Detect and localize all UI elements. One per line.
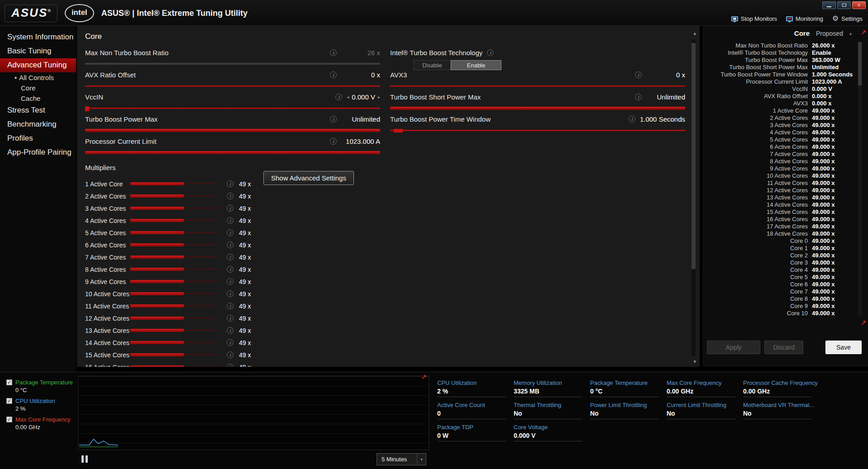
info-icon[interactable]: i [227,315,234,322]
sidebar-item-profiles[interactable]: Profiles [0,132,76,146]
sidebar-item-all-controls[interactable]: •All Controls [0,72,76,83]
multiplier-slider[interactable] [130,231,217,234]
info-icon[interactable]: i [227,254,234,261]
detach-arrow-icon[interactable]: ↗ [421,373,427,381]
info-icon[interactable]: i [330,49,337,56]
multiplier-slider[interactable] [130,182,217,185]
minimize-button[interactable] [822,1,836,9]
info-icon[interactable]: i [227,229,234,236]
sidebar-item-advanced-tuning[interactable]: Advanced Tuning [0,58,76,72]
discard-button[interactable]: Discard [764,341,803,354]
avx-ratio-offset-slider[interactable] [85,84,380,89]
collapse-caret-icon[interactable]: ▴ [849,31,852,36]
avx3-slider[interactable] [390,84,685,89]
info-icon[interactable]: i [227,303,234,309]
multiplier-slider[interactable] [130,292,217,295]
info-icon[interactable]: i [227,278,234,285]
sidebar-item-basic-tuning[interactable]: Basic Tuning [0,44,76,58]
legend-checkbox[interactable]: ✓ [6,379,12,385]
pause-button[interactable] [81,455,88,463]
multiplier-value: 49 x [239,193,251,200]
multipliers-section: Multipliers 1 Active Corei49 x2 Active C… [77,157,700,367]
proposed-buttons: Apply Discard Save [707,341,862,354]
info-icon[interactable]: i [487,49,494,56]
multiplier-slider[interactable] [130,256,217,259]
info-icon[interactable]: i [330,138,337,145]
legend-checkbox[interactable]: ✓ [6,398,12,404]
show-advanced-settings-button[interactable]: Show Advanced Settings [263,171,354,185]
sidebar-item-app-profile-pairing[interactable]: App-Profile Pairing [0,146,76,160]
scroll-down-icon[interactable]: ▾ [693,359,696,365]
maximize-button[interactable] [837,1,851,9]
apply-button[interactable]: Apply [707,341,760,354]
main-scrollbar-thumb[interactable] [692,43,696,269]
main-scrollbar[interactable] [692,39,696,356]
proposed-value: 26.000 x [812,42,856,49]
info-icon[interactable]: i [227,327,234,334]
stop-monitors-button[interactable]: Stop Monitors [731,15,777,22]
proposed-row: 6 Active Cores49.000 x [702,143,856,151]
proposed-tab-core[interactable]: Core [794,29,810,37]
info-icon[interactable]: i [635,71,642,78]
multiplier-slider[interactable] [130,268,217,271]
proposed-scrollbar[interactable] [858,42,862,316]
legend-checkbox[interactable]: ✓ [6,417,12,422]
settings-button[interactable]: ⚙ Settings [832,15,863,22]
sidebar-item-system-information[interactable]: System Information [0,30,76,44]
info-icon[interactable]: i [227,290,234,297]
control-head: Processor Current Limit i 1023.000 A [85,135,380,147]
save-button[interactable]: Save [825,341,862,354]
info-icon[interactable]: i [227,205,234,212]
proposed-scrollbar-thumb[interactable] [858,42,862,85]
multiplier-slider[interactable] [130,243,217,246]
multiplier-slider[interactable] [130,353,217,356]
slider-handle[interactable] [85,106,89,111]
detach-arrow-icon[interactable]: ↗ [860,319,866,327]
sidebar-item-benchmarking[interactable]: Benchmarking [0,118,76,132]
proposed-value: 49.000 x [812,288,856,295]
sidebar-item-cache[interactable]: Cache [0,93,76,104]
multiplier-slider[interactable] [130,329,217,332]
detach-arrow-icon[interactable]: ↗ [860,28,866,37]
multiplier-slider[interactable] [130,341,217,344]
current-limit-slider[interactable] [85,150,380,155]
info-icon[interactable]: i [330,71,337,78]
info-icon[interactable]: i [227,266,234,273]
info-icon[interactable]: i [227,339,234,346]
scroll-up-icon[interactable]: ▴ [693,30,696,36]
multiplier-slider[interactable] [130,280,217,283]
slider-handle[interactable] [394,129,403,133]
proposed-value: 49.000 x [812,252,856,259]
time-window-slider[interactable] [390,128,685,133]
legend-row: ✓Max Core Frequency [6,416,76,423]
info-icon[interactable]: i [629,116,635,123]
multiplier-slider[interactable] [130,304,217,308]
interval-dropdown[interactable]: 5 Minutes ▾ [377,453,426,465]
info-icon[interactable]: i [227,217,234,224]
proposed-row: Core 749.000 x [702,288,856,295]
multiplier-slider[interactable] [130,207,217,210]
info-icon[interactable]: i [227,193,234,199]
short-power-max-slider[interactable] [390,106,685,111]
info-icon[interactable]: i [227,242,234,248]
power-max-slider[interactable] [85,128,380,133]
multiplier-slider[interactable] [130,317,217,320]
multiplier-slider[interactable] [130,219,217,222]
monitoring-button[interactable]: Monitoring [786,15,823,22]
info-icon[interactable]: i [227,180,234,187]
vccin-slider[interactable] [85,106,380,111]
sidebar-item-stress-test[interactable]: Stress Test [0,104,76,118]
page-title: Core [77,26,700,45]
multiplier-slider[interactable] [130,365,217,367]
increment-arrow-icon[interactable]: ▸ [378,95,380,99]
info-icon[interactable]: i [227,364,234,367]
decrement-arrow-icon[interactable]: ◂ [347,95,349,99]
multiplier-slider[interactable] [130,194,217,198]
info-icon[interactable]: i [330,116,337,123]
sidebar-item-core[interactable]: Core [0,83,76,93]
info-icon[interactable]: i [335,94,342,100]
info-icon[interactable]: i [635,94,642,100]
proposed-row: Processor Current Limit1023.000 A [702,78,856,85]
close-button[interactable]: × [852,1,866,9]
info-icon[interactable]: i [227,351,234,358]
